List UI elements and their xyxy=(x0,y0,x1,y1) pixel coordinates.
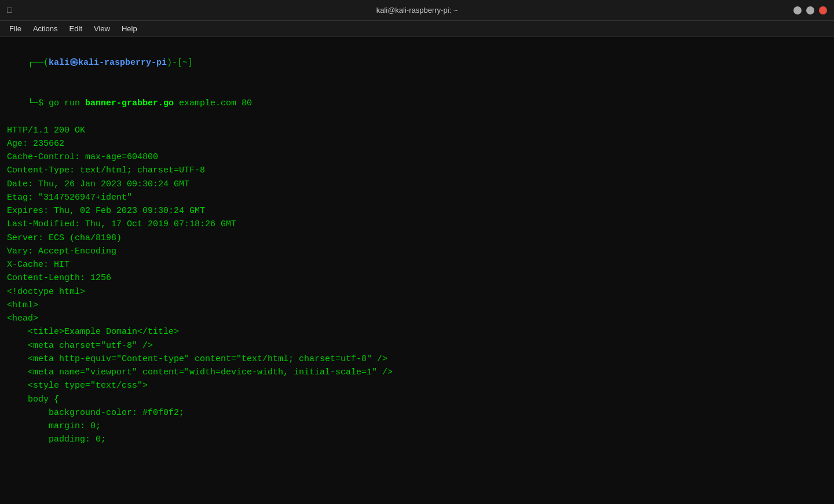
menu-help[interactable]: Help xyxy=(117,23,142,34)
output-line: background-color: #f0f0f2; xyxy=(7,406,827,420)
output-line: <!doctype html> xyxy=(7,285,827,299)
output-line: <style type="text/css"> xyxy=(7,379,827,392)
command-line: └─$ go run banner-grabber.go example.com… xyxy=(7,83,827,124)
output-line: <title>Example Domain</title> xyxy=(7,325,827,339)
menu-view[interactable]: View xyxy=(89,23,115,34)
output-line: body { xyxy=(7,393,827,406)
output-line: Etag: "3147526947+ident" xyxy=(7,191,827,204)
window-title: kali@kali-raspberry-pi: ~ xyxy=(376,6,458,14)
output-line: margin: 0; xyxy=(7,420,827,433)
output-line: X-Cache: HIT xyxy=(7,258,827,271)
terminal[interactable]: ┌──(kali㉿kali-raspberry-pi)-[~] └─$ go r… xyxy=(0,37,834,504)
menu-actions[interactable]: Actions xyxy=(28,23,63,34)
output-line: HTTP/1.1 200 OK xyxy=(7,124,827,137)
output-line: Age: 235662 xyxy=(7,137,827,150)
close-button[interactable] xyxy=(819,6,827,14)
output-line: Expires: Thu, 02 Feb 2023 09:30:24 GMT xyxy=(7,204,827,218)
menu-bar: File Actions Edit View Help xyxy=(0,21,834,37)
output-line: Vary: Accept-Encoding xyxy=(7,245,827,258)
output-line: Last-Modified: Thu, 17 Oct 2019 07:18:26… xyxy=(7,218,827,231)
output-line: padding: 0; xyxy=(7,433,827,446)
output-line: <head> xyxy=(7,312,827,325)
output-line: <meta name="viewport" content="width=dev… xyxy=(7,366,827,379)
output-line: Cache-Control: max-age=604800 xyxy=(7,150,827,164)
terminal-output: HTTP/1.1 200 OKAge: 235662Cache-Control:… xyxy=(7,124,827,447)
output-line: Content-Length: 1256 xyxy=(7,271,827,285)
title-bar-left: □ xyxy=(7,6,16,15)
output-line: Content-Type: text/html; charset=UTF-8 xyxy=(7,164,827,177)
cmd-args: example.com 80 xyxy=(174,98,252,108)
minimize-button[interactable] xyxy=(793,6,802,14)
prompt-user: kali㉿kali-raspberry-pi xyxy=(49,58,167,68)
output-line: <meta http-equiv="Content-type" content=… xyxy=(7,352,827,366)
prompt-close-bracket: )-[~] xyxy=(167,58,193,68)
prompt-dollar: $ xyxy=(38,98,49,108)
prompt-line: ┌──(kali㉿kali-raspberry-pi)-[~] xyxy=(7,43,827,83)
prompt-corner: └─ xyxy=(28,98,38,108)
output-line: Date: Thu, 26 Jan 2023 09:30:24 GMT xyxy=(7,178,827,191)
maximize-button[interactable] xyxy=(806,6,814,14)
title-bar: □ kali@kali-raspberry-pi: ~ xyxy=(0,0,834,21)
menu-file[interactable]: File xyxy=(5,23,26,34)
window-icon: □ xyxy=(7,6,16,15)
cmd-go: go run xyxy=(49,98,85,108)
output-line: Server: ECS (cha/8198) xyxy=(7,231,827,245)
cmd-file: banner-grabber.go xyxy=(85,98,174,108)
window-controls xyxy=(793,6,827,14)
output-line: <html> xyxy=(7,299,827,312)
output-line: <meta charset="utf-8" /> xyxy=(7,339,827,352)
prompt-open-paren: ┌──( xyxy=(28,58,49,68)
menu-edit[interactable]: Edit xyxy=(65,23,87,34)
